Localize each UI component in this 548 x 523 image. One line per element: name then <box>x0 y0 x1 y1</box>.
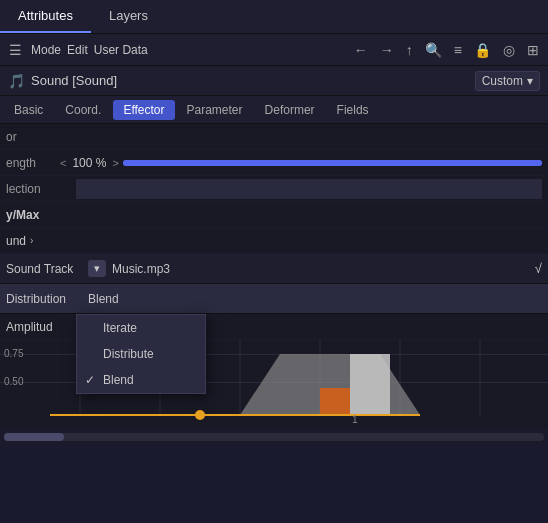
object-title: Sound [Sound] <box>31 73 475 88</box>
amplitude-label: Amplitud <box>6 320 53 334</box>
filter-icon[interactable]: ≡ <box>451 40 465 60</box>
soundtrack-checkmark: √ <box>535 261 542 276</box>
object-header: 🎵 Sound [Sound] Custom ▾ <box>0 66 548 96</box>
custom-dropdown[interactable]: Custom ▾ <box>475 71 540 91</box>
strength-decrease-btn[interactable]: < <box>60 157 66 169</box>
arrow-left-icon[interactable]: ← <box>351 40 371 60</box>
arrow-right-icon[interactable]: → <box>377 40 397 60</box>
search-icon[interactable]: 🔍 <box>422 40 445 60</box>
tab-deformer[interactable]: Deformer <box>255 100 325 120</box>
grid-icon[interactable]: ⊞ <box>524 40 542 60</box>
dropdown-item-distribute[interactable]: Distribute <box>77 341 205 367</box>
strength-increase-btn[interactable]: > <box>112 157 118 169</box>
dropdown-item-blend[interactable]: Blend <box>77 367 205 393</box>
sound-section-header[interactable]: und › <box>0 228 548 254</box>
sub-tab-bar: Basic Coord. Effector Parameter Deformer… <box>0 96 548 124</box>
distribution-label: Distribution <box>6 292 82 306</box>
dropdown-arrow-icon: ▾ <box>94 262 100 275</box>
distribution-dropdown-menu: Iterate Distribute Blend <box>76 314 206 394</box>
row-or: or <box>0 124 548 150</box>
strength-value: 100 % <box>70 156 108 170</box>
soundtrack-label: Sound Track <box>6 262 82 276</box>
distribution-value: Blend <box>88 292 119 306</box>
chart-tick-1: 1 <box>352 414 358 425</box>
scrollbar-thumb[interactable] <box>4 433 64 441</box>
menu-icon[interactable]: ☰ <box>6 40 25 60</box>
distribution-row: Distribution Blend Iterate Distribute Bl… <box>0 284 548 314</box>
mode-label[interactable]: Mode <box>31 43 61 57</box>
top-tab-bar: Attributes Layers <box>0 0 548 34</box>
tab-effector[interactable]: Effector <box>113 100 174 120</box>
tab-coord[interactable]: Coord. <box>55 100 111 120</box>
tab-parameter[interactable]: Parameter <box>177 100 253 120</box>
scrollbar[interactable] <box>0 430 548 444</box>
custom-dropdown-label: Custom <box>482 74 523 88</box>
soundtrack-dropdown-btn[interactable]: ▾ <box>88 260 106 277</box>
sound-label: und <box>6 234 26 248</box>
properties-panel: or ength < 100 % > lection y/Max und › S… <box>0 124 548 444</box>
dropdown-item-iterate[interactable]: Iterate <box>77 315 205 341</box>
selection-label: lection <box>6 182 76 196</box>
soundtrack-row: Sound Track ▾ Music.mp3 √ <box>0 254 548 284</box>
strength-bar[interactable] <box>123 160 542 166</box>
userdata-label[interactable]: User Data <box>94 43 148 57</box>
chart-timeline-dot <box>195 410 205 420</box>
chevron-down-icon: ▾ <box>527 74 533 88</box>
or-label: or <box>6 130 76 144</box>
strength-label: ength <box>6 156 56 170</box>
tab-basic[interactable]: Basic <box>4 100 53 120</box>
sound-icon: 🎵 <box>8 73 25 89</box>
chart-bar-orange <box>320 388 350 415</box>
toolbar: ☰ Mode Edit User Data ← → ↑ 🔍 ≡ 🔒 ◎ ⊞ <box>0 34 548 66</box>
strength-bar-fill <box>123 160 542 166</box>
tab-layers[interactable]: Layers <box>91 0 166 33</box>
lock-icon[interactable]: 🔒 <box>471 40 494 60</box>
minmax-row: y/Max <box>0 202 548 228</box>
tab-fields[interactable]: Fields <box>327 100 379 120</box>
strength-row: ength < 100 % > <box>0 150 548 176</box>
chevron-right-icon: › <box>30 235 33 246</box>
minmax-label: y/Max <box>6 208 39 222</box>
selection-input[interactable] <box>76 179 542 199</box>
arrow-up-icon[interactable]: ↑ <box>403 40 416 60</box>
chart-bar-white <box>350 354 390 415</box>
soundtrack-filename: Music.mp3 <box>112 262 529 276</box>
scrollbar-track[interactable] <box>4 433 544 441</box>
tab-attributes[interactable]: Attributes <box>0 0 91 33</box>
edit-label[interactable]: Edit <box>67 43 88 57</box>
selection-row: lection <box>0 176 548 202</box>
target-icon[interactable]: ◎ <box>500 40 518 60</box>
